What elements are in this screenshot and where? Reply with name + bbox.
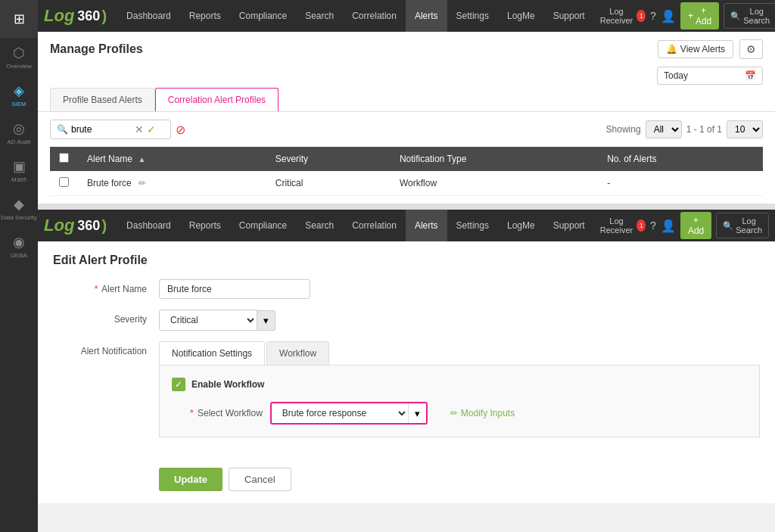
workflow-select[interactable]: Brute force response — [272, 403, 408, 423]
clear-button[interactable]: ✕ — [135, 123, 144, 135]
cancel-button[interactable]: Cancel — [229, 468, 291, 491]
stop-button[interactable]: ⊘ — [176, 123, 185, 137]
nav-support[interactable]: Support — [544, 0, 594, 32]
enable-workflow-row: ✓ Enable Workflow — [172, 378, 747, 391]
sidebar-item-overview[interactable]: ⬡ Overview — [0, 38, 38, 76]
sidebar-item-datasecurity[interactable]: ◆ Data Security — [0, 189, 38, 227]
tab-workflow[interactable]: Workflow — [266, 341, 329, 365]
nav-settings[interactable]: Settings — [447, 0, 498, 32]
search-input[interactable] — [71, 124, 132, 135]
nav-search[interactable]: Search — [296, 0, 343, 32]
nav2-settings[interactable]: Settings — [447, 210, 498, 241]
add-button-bottom[interactable]: + Add — [680, 212, 711, 239]
nav2-dashboard[interactable]: Dashboard — [117, 210, 180, 241]
notification-type-cell: Workflow — [391, 171, 598, 196]
no-of-alerts-header: No. of Alerts — [598, 147, 763, 171]
nav2-support[interactable]: Support — [544, 210, 594, 241]
sidebar-item-label: SIEM — [11, 101, 26, 107]
settings-button[interactable]: ⚙ — [739, 39, 763, 59]
nav2-reports[interactable]: Reports — [180, 210, 230, 241]
sidebar-item-grid[interactable]: ⊞ — [0, 0, 38, 38]
pencil-icon: ✏ — [450, 408, 458, 418]
log-receiver-button-bottom[interactable]: Log Receiver 1 — [599, 216, 646, 235]
workflow-dropdown-button[interactable]: ▾ — [408, 404, 426, 423]
nav-reports[interactable]: Reports — [180, 0, 230, 32]
m365-icon: ▣ — [13, 158, 26, 175]
workflow-select-row: * Select Workflow Brute force response ▾ — [190, 402, 747, 425]
confirm-button[interactable]: ✓ — [147, 123, 156, 135]
per-page-select[interactable]: 10 — [727, 120, 763, 138]
nav2-correlation[interactable]: Correlation — [343, 210, 406, 241]
view-alerts-icon: 🔔 — [666, 44, 677, 54]
nav2-search[interactable]: Search — [296, 210, 343, 241]
showing-label: Showing — [606, 124, 641, 135]
log-receiver-label: Log Receiver — [599, 7, 635, 25]
severity-row: Severity Critical ▾ — [53, 310, 760, 331]
add-plus: + — [688, 11, 693, 21]
edit-pencil-icon[interactable]: ✏ — [139, 178, 146, 188]
nav-dashboard[interactable]: Dashboard — [117, 0, 180, 32]
tab-correlation-alert-profiles[interactable]: Correlation Alert Profiles — [155, 88, 279, 111]
nav-logme[interactable]: LogMe — [498, 0, 544, 32]
page-actions: 🔔 View Alerts ⚙ — [658, 39, 763, 59]
sidebar-item-siem[interactable]: ◈ SIEM — [0, 76, 38, 114]
top-navbar: Log 360 ) Dashboard Reports Compliance S… — [38, 0, 775, 32]
notification-type-header: Notification Type — [391, 147, 598, 171]
nav2-alerts[interactable]: Alerts — [406, 210, 447, 241]
log-receiver-button[interactable]: Log Receiver 1 — [599, 7, 646, 25]
nav-correlation[interactable]: Correlation — [343, 0, 406, 32]
user-icon-bottom[interactable]: 👤 — [661, 219, 676, 233]
brand-swoosh-bottom: ) — [101, 217, 107, 235]
brand-bottom: Log 360 ) — [44, 216, 107, 235]
sidebar-item-label: Data Security — [1, 214, 37, 221]
alert-notification-row: Alert Notification Notification Settings… — [53, 341, 760, 437]
log-search-button[interactable]: 🔍 Log Search — [724, 3, 775, 29]
form-title: Edit Alert Profile — [53, 254, 760, 267]
bottom-nav-links: Dashboard Reports Compliance Search Corr… — [117, 210, 594, 241]
overview-icon: ⬡ — [13, 45, 25, 61]
modify-inputs-link[interactable]: ✏ Modify Inputs — [450, 408, 515, 418]
sidebar-item-adaudit[interactable]: ◎ AD Audit — [0, 114, 38, 151]
select-all-checkbox[interactable] — [59, 153, 69, 163]
brand: Log 360 ) — [44, 6, 107, 26]
nav2-logme[interactable]: LogMe — [498, 210, 544, 241]
row-checkbox[interactable] — [59, 177, 69, 187]
top-panel: Log 360 ) Dashboard Reports Compliance S… — [38, 0, 775, 204]
help-icon-bottom[interactable]: ? — [650, 219, 656, 232]
sidebar-item-ueba[interactable]: ◉ UEBA — [0, 227, 38, 265]
sidebar-item-label: M365 — [11, 176, 26, 183]
alert-name-label: * Alert Name — [53, 279, 159, 294]
nav-alerts[interactable]: Alerts — [406, 0, 447, 32]
sort-arrow: ▲ — [138, 155, 145, 163]
sidebar-item-m365[interactable]: ▣ M365 — [0, 151, 38, 189]
log-search-button-bottom[interactable]: 🔍 Log Search — [716, 213, 769, 238]
nav2-compliance[interactable]: Compliance — [230, 210, 296, 241]
view-alerts-label: View Alerts — [680, 44, 725, 54]
page-title: Manage Profiles — [50, 42, 143, 56]
date-picker[interactable]: Today 📅 — [657, 67, 763, 85]
enable-workflow-checkbox[interactable]: ✓ — [172, 378, 185, 391]
add-label: + Add — [696, 5, 711, 26]
severity-select[interactable]: Critical — [159, 310, 257, 331]
grid-icon: ⊞ — [14, 11, 25, 27]
add-label-bottom: + Add — [688, 215, 704, 236]
search-icon: 🔍 — [730, 11, 741, 21]
tab-notification-settings[interactable]: Notification Settings — [159, 341, 265, 365]
alert-name-input[interactable] — [159, 279, 310, 299]
severity-label: Severity — [53, 310, 159, 325]
user-icon[interactable]: 👤 — [661, 9, 676, 23]
update-button[interactable]: Update — [159, 468, 223, 491]
show-select[interactable]: All — [646, 120, 682, 138]
notification-content-area: ✓ Enable Workflow * Select Workflow — [159, 366, 760, 437]
page-header: Manage Profiles 🔔 View Alerts ⚙ — [38, 32, 775, 64]
severity-dropdown-button[interactable]: ▾ — [257, 310, 275, 331]
tab-label: Profile Based Alerts — [63, 95, 142, 105]
help-icon[interactable]: ? — [650, 10, 656, 22]
nav-compliance[interactable]: Compliance — [230, 0, 296, 32]
view-alerts-button[interactable]: 🔔 View Alerts — [658, 40, 733, 58]
tab-profile-based-alerts[interactable]: Profile Based Alerts — [50, 88, 155, 111]
search-input-wrap: 🔍 ✕ ✓ — [50, 120, 171, 139]
brand-logo: Log — [44, 6, 74, 26]
add-button[interactable]: + + Add — [680, 2, 719, 30]
search-icon: 🔍 — [57, 124, 68, 135]
